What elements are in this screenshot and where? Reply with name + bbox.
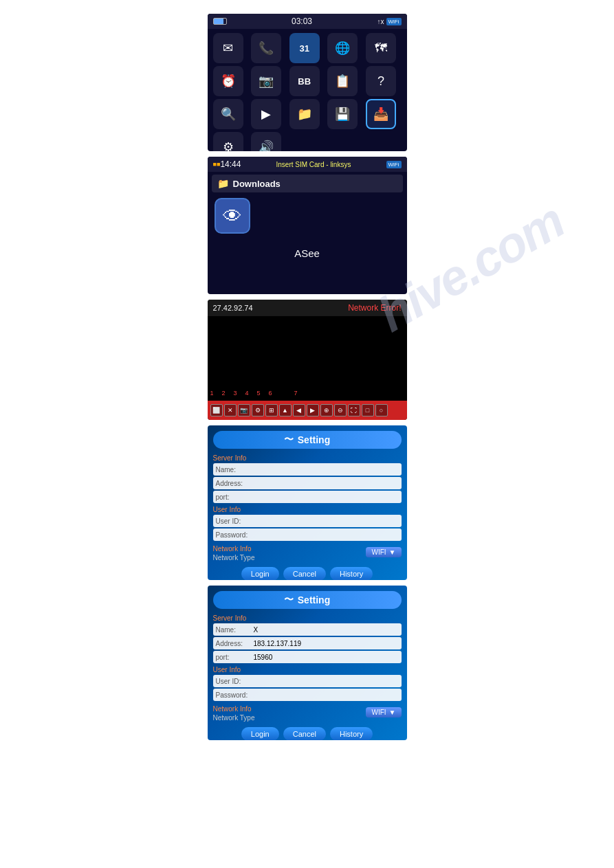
wifi-label-5: WIFI: [371, 709, 386, 716]
bb-icon-maps[interactable]: 🗺: [366, 33, 396, 63]
bb-icon-notes[interactable]: 📋: [327, 66, 358, 96]
wifi-dropdown-4[interactable]: WIFI ▼: [366, 547, 401, 557]
cam-btn-grid[interactable]: ⊞: [265, 404, 278, 416]
network-type-row-4: Network Info Network Type WIFI ▼: [213, 542, 402, 561]
cancel-btn-5[interactable]: Cancel: [283, 727, 326, 740]
bb-icon-bbm[interactable]: BB: [289, 66, 320, 96]
bb-icon-clock[interactable]: ⏰: [213, 66, 243, 96]
cam-btn-settings[interactable]: ⚙: [252, 404, 264, 416]
history-btn-5[interactable]: History: [330, 727, 373, 740]
page-container: hive.com 03:03 ↑x WiFi ✉ 📞 31 🌐 🗺 ⏰ 📷 BB…: [0, 0, 614, 868]
field-port-label-4: port:: [216, 493, 254, 501]
field-userid-label-5: User ID:: [216, 678, 254, 685]
bb-icon-browser[interactable]: 🌐: [327, 33, 358, 63]
network-label-5: Network Info: [213, 705, 255, 713]
setting-buttons-5: Login Cancel History: [213, 727, 402, 740]
field-port-5[interactable]: port: 15960: [213, 651, 402, 663]
field-address-value-5: 183.12.137.119: [254, 640, 302, 647]
field-port-4[interactable]: port:: [213, 491, 402, 503]
field-userid-4[interactable]: User ID:: [213, 515, 402, 527]
bb-icon-sound[interactable]: 🔊: [251, 132, 281, 151]
signal-indicator: ↑x WiFi: [377, 18, 402, 25]
icons-grid: ✉ 📞 31 🌐 🗺 ⏰ 📷 BB 📋 ? 🔍 ▶ 📁 💾 📥 ⚙ 🔊: [208, 29, 407, 151]
cam-btn-zoomout[interactable]: ⊖: [334, 404, 347, 416]
login-btn-4[interactable]: Login: [241, 567, 279, 580]
field-userid-5[interactable]: User ID:: [213, 675, 402, 687]
app-name: ASee: [208, 247, 407, 259]
cam-btn-fit[interactable]: ⛶: [348, 404, 360, 416]
bb-icon-help[interactable]: ?: [366, 66, 396, 96]
dropdown-arrow-5: ▼: [389, 709, 396, 716]
setting-buttons-4: Login Cancel History: [213, 567, 402, 580]
setting-title-bar-4: 〜 Setting: [213, 431, 402, 449]
cam-btn-left[interactable]: ◀: [293, 404, 305, 416]
sim-info: Insert SIM Card - linksys: [241, 161, 386, 168]
panel5-settings-filled: 〜 Setting Server Info Name: X Address: 1…: [208, 586, 407, 740]
network-type-label-5: Network Type: [213, 714, 255, 722]
history-btn-4[interactable]: History: [330, 567, 373, 580]
field-name-5[interactable]: Name: X: [213, 623, 402, 636]
bb-icon-calendar[interactable]: 31: [289, 33, 320, 63]
wifi-dropdown-5[interactable]: WIFI ▼: [366, 707, 401, 717]
cam-btn-right[interactable]: ▶: [307, 404, 319, 416]
cam-btn-zoomin[interactable]: ⊕: [320, 404, 333, 416]
cam-btn-1[interactable]: ⬜: [210, 404, 223, 416]
eye-icon: 👁: [223, 205, 242, 227]
cam-btn-circle[interactable]: ○: [375, 404, 388, 416]
time-2: 14:44: [220, 159, 241, 169]
field-address-label-4: Address:: [216, 480, 254, 487]
bb-icon-media[interactable]: ▶: [251, 99, 281, 129]
wifi-label-4: WIFI: [371, 548, 386, 556]
bb-icon-storage[interactable]: 💾: [327, 99, 358, 129]
panel3-camera: 27.42.92.74 Network Error! 1 2 3 4 5 6 7…: [208, 300, 407, 420]
bb-icon-settings[interactable]: ⚙: [213, 132, 243, 151]
bb-icon-camera[interactable]: 📷: [251, 66, 281, 96]
dropdown-arrow-4: ▼: [389, 548, 396, 556]
field-password-5[interactable]: Password:: [213, 689, 402, 701]
panel2-downloads: ■■ 14:44 Insert SIM Card - linksys WiFi …: [208, 157, 407, 294]
field-password-4[interactable]: Password:: [213, 528, 402, 541]
bb-icon-email[interactable]: ✉: [213, 33, 243, 63]
wifi-badge-2: WiFi: [386, 161, 402, 168]
setting-title-bar-5: 〜 Setting: [213, 591, 402, 609]
bb-icon-phone[interactable]: 📞: [251, 33, 281, 63]
login-btn-5[interactable]: Login: [241, 727, 279, 740]
field-name-4[interactable]: Name:: [213, 463, 402, 476]
setting-wave-icon-5: 〜: [284, 594, 294, 606]
field-address-label-5: Address:: [216, 640, 254, 647]
field-address-4[interactable]: Address:: [213, 477, 402, 489]
field-port-value-5: 15960: [254, 654, 273, 661]
app-icon-asee[interactable]: 👁: [215, 198, 250, 234]
folder-header: 📁 Downloads: [212, 175, 403, 192]
ip-address: 27.42.92.74: [213, 304, 253, 312]
cam-btn-up[interactable]: ▲: [279, 404, 292, 416]
folder-icon: 📁: [217, 178, 229, 189]
camera-view: [208, 316, 407, 395]
cam-status-bar: 27.42.92.74 Network Error!: [208, 300, 407, 316]
bb-icon-search[interactable]: 🔍: [213, 99, 243, 129]
battery-indicator: [213, 18, 227, 25]
cam-btn-x[interactable]: ✕: [224, 404, 237, 416]
cancel-btn-4[interactable]: Cancel: [283, 567, 326, 580]
user-info-label-5: User Info: [213, 666, 402, 674]
bb-icon-downloads[interactable]: 📥: [366, 99, 396, 129]
network-error: Network Error!: [348, 303, 401, 313]
field-name-label-4: Name:: [216, 466, 254, 474]
field-userid-label-4: User ID:: [216, 518, 254, 525]
network-label-4: Network Info: [213, 545, 255, 553]
bb-icon-files[interactable]: 📁: [289, 99, 320, 129]
battery-icon: [213, 18, 227, 25]
cam-btn-rect[interactable]: □: [362, 404, 374, 416]
cam-btn-cam[interactable]: 📷: [238, 404, 250, 416]
field-name-label-5: Name:: [216, 626, 254, 634]
field-address-5[interactable]: Address: 183.12.137.119: [213, 637, 402, 649]
folder-title: Downloads: [233, 179, 281, 189]
battery-2: ■■: [213, 161, 221, 168]
user-info-label-4: User Info: [213, 506, 402, 513]
network-type-label-4: Network Type: [213, 554, 255, 561]
server-info-label-4: Server Info: [213, 454, 402, 462]
field-name-value-5: X: [254, 626, 259, 634]
setting-wave-icon: 〜: [284, 434, 294, 446]
server-info-label-5: Server Info: [213, 614, 402, 622]
field-password-label-4: Password:: [216, 531, 254, 539]
